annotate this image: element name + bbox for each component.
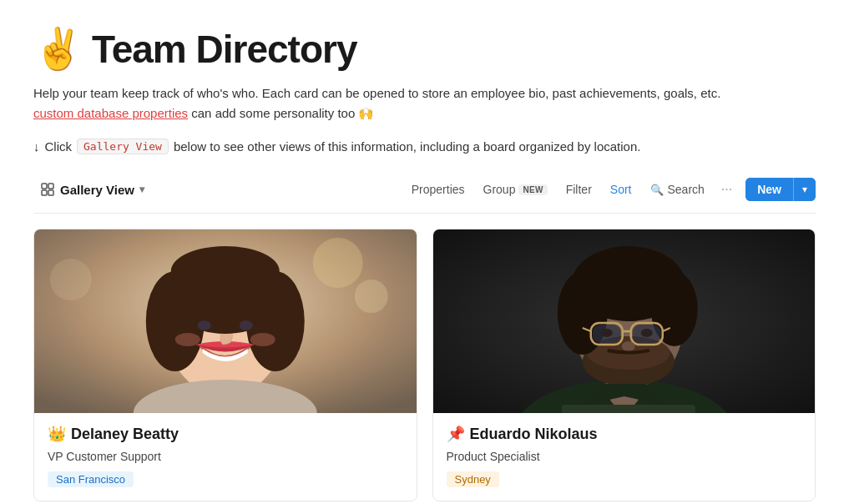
card-tag-eduardo: Sydney (447, 471, 499, 487)
gallery-grid: 👑 Delaney Beatty VP Customer Support San… (33, 229, 816, 501)
svg-point-14 (171, 246, 280, 296)
description-emoji: can add some personality too 🙌 (191, 106, 374, 120)
search-icon: 🔍 (650, 184, 664, 196)
new-button-group: New ▾ (745, 178, 816, 201)
page-emoji: ✌️ (33, 29, 83, 69)
toolbar-right: Properties Group NEW Filter Sort 🔍 Searc… (403, 178, 816, 201)
svg-rect-1 (48, 184, 53, 189)
toolbar: Gallery View ▾ Properties Group NEW Filt… (33, 173, 816, 214)
new-dropdown-button[interactable]: ▾ (793, 178, 816, 201)
custom-properties-link[interactable]: custom database properties (33, 106, 188, 120)
card-name-eduardo: 📌 Eduardo Nikolaus (447, 425, 802, 443)
search-label: Search (668, 183, 705, 196)
properties-label: Properties (412, 183, 465, 196)
gallery-view-label: Gallery View (60, 183, 134, 197)
svg-point-8 (50, 259, 92, 300)
sort-button[interactable]: Sort (602, 179, 640, 200)
card-photo-delaney (34, 229, 417, 413)
svg-point-16 (240, 320, 253, 330)
card-photo-eduardo (433, 229, 816, 413)
group-button[interactable]: Group NEW (475, 179, 556, 200)
filter-button[interactable]: Filter (558, 179, 600, 200)
svg-point-38 (621, 341, 634, 351)
svg-rect-2 (42, 190, 47, 195)
card-name-text-eduardo: Eduardo Nikolaus (470, 426, 598, 443)
card-name-delaney: 👑 Delaney Beatty (48, 425, 403, 443)
card-name-text-delaney: Delaney Beatty (71, 426, 179, 443)
more-options-button[interactable]: ··· (715, 178, 739, 201)
new-dropdown-chevron-icon: ▾ (802, 184, 807, 195)
svg-rect-39 (561, 405, 695, 413)
toolbar-left: Gallery View ▾ (33, 179, 151, 200)
chevron-down-icon: ▾ (139, 184, 144, 195)
svg-point-36 (600, 329, 612, 337)
page-description: Help your team keep track of who's who. … (33, 83, 816, 123)
card-emoji-delaney: 👑 (48, 425, 66, 443)
card-eduardo[interactable]: 📌 Eduardo Nikolaus Product Specialist Sy… (432, 229, 816, 501)
svg-point-37 (640, 329, 652, 337)
group-label: Group (483, 183, 516, 196)
hint-suffix: below to see other views of this informa… (174, 139, 641, 154)
svg-point-6 (313, 238, 363, 288)
svg-point-7 (355, 280, 388, 313)
sort-label: Sort (610, 183, 632, 196)
card-body-eduardo: 📌 Eduardo Nikolaus Product Specialist Sy… (433, 413, 816, 501)
svg-point-15 (198, 320, 211, 330)
description-line1: Help your team keep track of who's who. … (33, 86, 720, 100)
card-delaney[interactable]: 👑 Delaney Beatty VP Customer Support San… (33, 229, 417, 501)
card-tag-delaney: San Francisco (48, 471, 134, 487)
properties-button[interactable]: Properties (403, 179, 473, 200)
filter-label: Filter (566, 183, 592, 196)
search-button[interactable]: 🔍 Search (642, 179, 713, 200)
card-body-delaney: 👑 Delaney Beatty VP Customer Support San… (34, 413, 417, 501)
group-new-badge: NEW (518, 184, 547, 195)
hint-arrow: ↓ (33, 139, 40, 154)
hint-prefix: Click (45, 139, 73, 154)
svg-point-18 (175, 333, 200, 346)
svg-rect-3 (48, 190, 53, 195)
svg-point-19 (250, 333, 275, 346)
page-header: ✌️ Team Directory (33, 27, 816, 72)
new-main-button[interactable]: New (745, 178, 793, 201)
card-role-eduardo: Product Specialist (447, 450, 802, 463)
page-title: Team Directory (92, 27, 357, 72)
svg-rect-0 (42, 184, 47, 189)
click-hint: ↓ Click Gallery View below to see other … (33, 139, 816, 154)
card-role-delaney: VP Customer Support (48, 450, 403, 463)
gallery-icon (40, 182, 55, 197)
gallery-view-badge: Gallery View (77, 139, 169, 154)
card-emoji-eduardo: 📌 (447, 425, 465, 443)
gallery-view-button[interactable]: Gallery View ▾ (33, 179, 151, 200)
